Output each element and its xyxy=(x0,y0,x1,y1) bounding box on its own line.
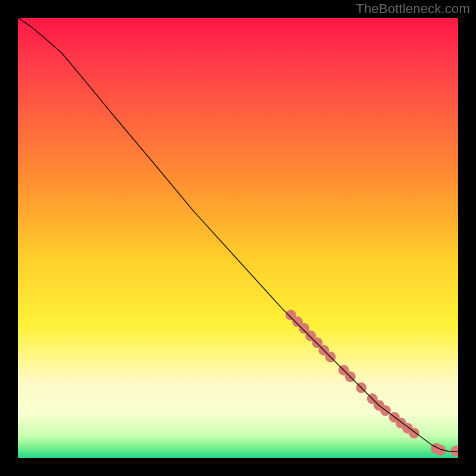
chart-area xyxy=(18,18,458,458)
stage: TheBottleneck.com xyxy=(0,0,476,476)
chart-background xyxy=(18,18,458,458)
chart-svg xyxy=(18,18,458,458)
watermark-text: TheBottleneck.com xyxy=(356,1,470,17)
